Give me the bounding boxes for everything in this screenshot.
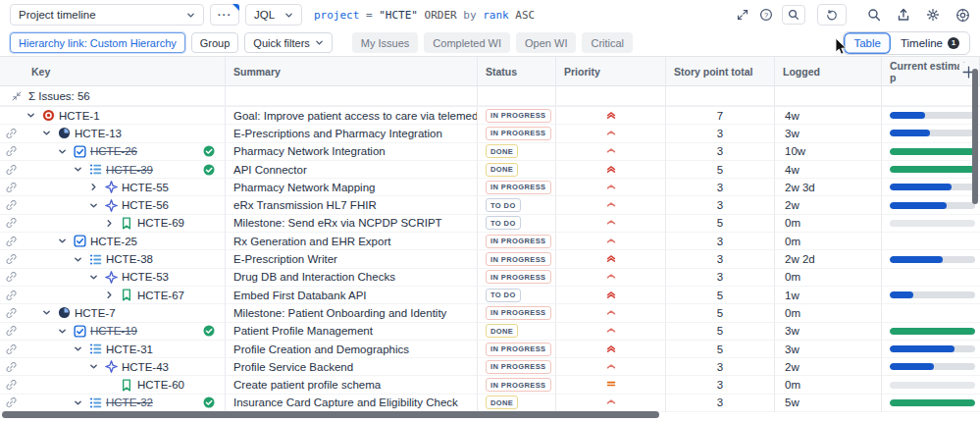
- priority-high-icon[interactable]: [605, 304, 617, 322]
- link-icon[interactable]: [6, 344, 17, 354]
- link-icon[interactable]: [6, 128, 17, 138]
- jql-query-field[interactable]: project = "HCTE" ORDER by rank ASC ?: [308, 4, 811, 26]
- issue-key[interactable]: HCTE-56: [122, 199, 169, 211]
- table-row[interactable]: HCTE-7Milestone: Patient Onboarding and …: [0, 304, 980, 322]
- story-points-cell[interactable]: 3: [666, 125, 775, 142]
- row-chevron-down-icon[interactable]: [24, 109, 37, 123]
- summary-cell[interactable]: Patient Profile Management: [226, 323, 478, 341]
- collapse-all-icon[interactable]: [12, 91, 22, 101]
- logged-cell[interactable]: 0m: [775, 304, 882, 322]
- link-icon[interactable]: [6, 380, 17, 391]
- logged-cell[interactable]: 0m: [775, 376, 882, 394]
- expand-icon[interactable]: [735, 7, 750, 23]
- priority-high-icon[interactable]: [605, 143, 617, 161]
- refresh-button[interactable]: [817, 4, 847, 26]
- status-badge[interactable]: IN PROGRESS: [486, 360, 551, 374]
- row-chevron-down-icon[interactable]: [71, 396, 84, 409]
- summary-cell[interactable]: API Connector: [226, 161, 478, 179]
- summary-cell[interactable]: E-Prescriptions and Pharmacy Integration: [226, 125, 478, 142]
- row-chevron-down-icon[interactable]: [86, 360, 100, 374]
- issue-key[interactable]: HCTE-13: [75, 128, 122, 139]
- link-icon[interactable]: [6, 272, 17, 283]
- story-points-cell[interactable]: 5: [666, 287, 775, 304]
- issue-key[interactable]: HCTE-19: [90, 325, 137, 337]
- status-badge[interactable]: TO DO: [486, 289, 521, 302]
- status-badge[interactable]: DONE: [486, 324, 518, 338]
- summary-cell[interactable]: Goal: Improve patient access to care via…: [226, 107, 478, 125]
- group-button[interactable]: Group: [191, 32, 239, 53]
- row-chevron-right-icon[interactable]: [102, 289, 116, 302]
- table-row[interactable]: HCTE-43Profile Service BackendIN PROGRES…: [0, 358, 980, 376]
- link-icon[interactable]: [6, 326, 17, 337]
- table-row[interactable]: HCTE-32Insurance Card Capture and Eligib…: [0, 395, 980, 412]
- summary-cell[interactable]: E-Prescription Writer: [226, 250, 478, 268]
- priority-highest-icon[interactable]: [605, 287, 617, 304]
- priority-high-icon[interactable]: [605, 215, 617, 233]
- status-badge[interactable]: IN PROGRESS: [486, 378, 551, 392]
- export-icon[interactable]: [896, 7, 911, 23]
- status-badge[interactable]: IN PROGRESS: [486, 306, 551, 320]
- row-chevron-right-icon[interactable]: [102, 216, 116, 230]
- table-row[interactable]: HCTE-60Create patient profile schemaIN P…: [0, 376, 980, 394]
- priority-high-icon[interactable]: [605, 125, 617, 142]
- summary-cell[interactable]: Drug DB and Interaction Checks: [226, 269, 478, 287]
- logged-cell[interactable]: 2w: [775, 196, 882, 214]
- priority-highest-icon[interactable]: [605, 250, 617, 268]
- story-points-cell[interactable]: 7: [666, 107, 775, 125]
- story-points-cell[interactable]: 5: [666, 304, 775, 322]
- link-icon[interactable]: [6, 164, 17, 175]
- summary-cell[interactable]: Profile Service Backend: [226, 358, 478, 376]
- link-icon[interactable]: [6, 146, 17, 157]
- issue-key[interactable]: HCTE-38: [106, 253, 153, 265]
- logged-cell[interactable]: 5w: [775, 395, 882, 412]
- table-row[interactable]: HCTE-19Patient Profile ManagementDONE53w: [0, 323, 980, 341]
- row-chevron-down-icon[interactable]: [71, 343, 84, 356]
- column-header-story-point-total[interactable]: Story point total: [666, 57, 775, 85]
- story-points-cell[interactable]: 3: [666, 143, 775, 161]
- table-row[interactable]: HCTE-67Embed First Databank APITO DO51w: [0, 287, 980, 304]
- status-badge[interactable]: IN PROGRESS: [486, 270, 551, 284]
- row-chevron-down-icon[interactable]: [71, 163, 84, 177]
- story-points-cell[interactable]: 3: [666, 376, 775, 394]
- toggle-table[interactable]: Table: [844, 32, 891, 54]
- priority-high-icon[interactable]: [605, 323, 617, 341]
- status-badge[interactable]: DONE: [486, 163, 518, 177]
- story-points-cell[interactable]: 5: [666, 161, 775, 179]
- issue-key[interactable]: HCTE-26: [90, 145, 137, 157]
- summary-cell[interactable]: Milestone: Send eRx via NCPDP SCRIPT: [226, 215, 478, 233]
- help-circle-icon[interactable]: ?: [758, 7, 774, 23]
- status-badge[interactable]: IN PROGRESS: [486, 343, 551, 356]
- row-chevron-down-icon[interactable]: [55, 144, 69, 158]
- jql-query[interactable]: project = "HCTE" ORDER by rank ASC: [314, 9, 727, 22]
- priority-high-icon[interactable]: [605, 358, 617, 376]
- logged-cell[interactable]: 0m: [775, 269, 882, 287]
- story-points-cell[interactable]: 3: [666, 233, 775, 250]
- row-chevron-down-icon[interactable]: [86, 198, 100, 212]
- horizontal-scrollbar[interactable]: [2, 411, 659, 418]
- logged-cell[interactable]: 0m: [775, 233, 882, 250]
- status-badge[interactable]: IN PROGRESS: [486, 109, 551, 123]
- priority-highest-icon[interactable]: [605, 107, 617, 125]
- summary-cell[interactable]: Pharmacy Network Mapping: [226, 179, 478, 196]
- link-icon[interactable]: [6, 182, 17, 192]
- logged-cell[interactable]: 3w: [775, 323, 882, 341]
- link-icon[interactable]: [6, 290, 17, 300]
- logged-cell[interactable]: 2w 3d: [775, 179, 882, 196]
- priority-high-icon[interactable]: [605, 233, 617, 250]
- table-row[interactable]: HCTE-38E-Prescription WriterIN PROGRESS3…: [0, 250, 980, 268]
- quick-filters-button[interactable]: Quick filters: [244, 32, 332, 53]
- table-row[interactable]: HCTE-13E-Prescriptions and Pharmacy Inte…: [0, 125, 980, 142]
- story-points-cell[interactable]: 5: [666, 341, 775, 358]
- issue-key[interactable]: HCTE-67: [137, 290, 184, 301]
- summary-cell[interactable]: Insurance Card Capture and Eligibility C…: [226, 395, 478, 412]
- issue-key[interactable]: HCTE-31: [106, 344, 153, 355]
- link-icon[interactable]: [6, 236, 17, 246]
- search-in-query-icon[interactable]: [782, 5, 805, 25]
- logged-cell[interactable]: 2w 2d: [775, 250, 882, 268]
- issue-key[interactable]: HCTE-55: [122, 182, 169, 193]
- link-icon[interactable]: [6, 218, 17, 229]
- quick-filter-my-issues[interactable]: My Issues: [352, 32, 419, 53]
- summary-cell[interactable]: eRx Transmission HL7 FHIR: [226, 196, 478, 214]
- table-row[interactable]: HCTE-1Goal: Improve patient access to ca…: [0, 107, 980, 125]
- hierarchy-link-button[interactable]: Hierarchy link: Custom Hierarchy: [10, 32, 185, 53]
